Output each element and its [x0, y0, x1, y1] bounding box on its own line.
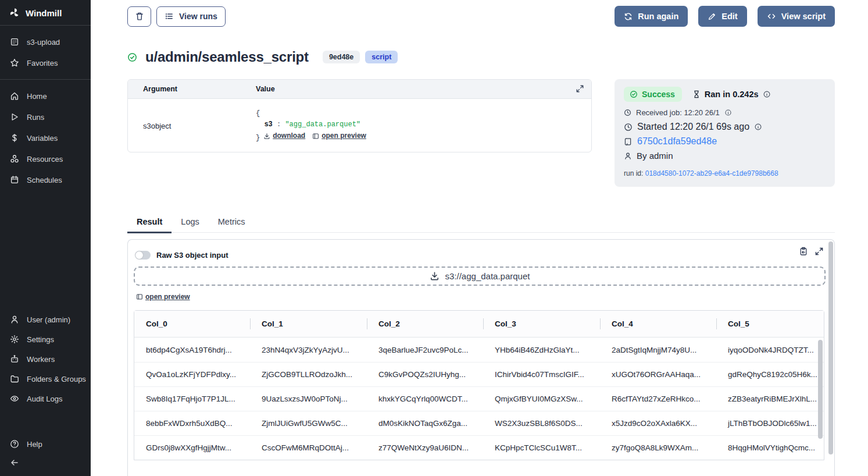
table-cell: Swb8Iq17FqHjoT7P1JL... — [134, 386, 250, 411]
sidebar-item-s3-upload[interactable]: s3-upload — [0, 31, 91, 52]
started-line: Started 12:20 26/1 69s ago — [624, 122, 826, 132]
table-cell: 23hN4qxV3jZkYyAzjvU... — [250, 338, 367, 362]
argument-name: s3object — [128, 122, 256, 130]
play-icon — [10, 112, 19, 122]
sidebar-bottom: User (admin)SettingsWorkersFolders & Gro… — [0, 310, 91, 476]
clock-icon — [624, 123, 633, 132]
dollar-icon — [10, 133, 19, 143]
clock-icon — [624, 109, 631, 116]
sidebar-item-folders-groups[interactable]: Folders & Groups — [0, 369, 91, 389]
toolbar-left: View runs — [127, 6, 226, 27]
table-cell: R6cfTAYtd27xZeRHkco... — [600, 386, 716, 411]
sidebar-item-runs[interactable]: Runs — [0, 106, 91, 127]
toolbar-right: Run again Edit View script — [615, 6, 835, 27]
expand-icon[interactable] — [576, 84, 584, 93]
view-script-button[interactable]: View script — [758, 6, 835, 27]
table-row: bt6dp4CgXsA19T6hdrj...23hN4qxV3jZkYyAzjv… — [134, 338, 824, 362]
sidebar-item-variables[interactable]: Variables — [0, 127, 91, 148]
page-title: u/admin/seamless_script — [145, 49, 309, 65]
info-icon[interactable] — [754, 123, 762, 131]
sidebar-item-home[interactable]: Home — [0, 86, 91, 106]
raw-s3-toggle[interactable] — [135, 251, 151, 260]
view-runs-button[interactable]: View runs — [156, 6, 226, 27]
sidebar-item-label: Variables — [27, 134, 58, 143]
table-cell: z77QWeNtXzy9aU6IDN... — [367, 435, 483, 460]
open-preview-row: open preview — [136, 292, 826, 303]
table-cell: ZjGCOB9TLLROdzoJkh... — [250, 362, 367, 386]
code-icon — [767, 12, 776, 21]
scroll-icon — [624, 137, 633, 146]
table-cell: 8ebbFxWDxrh5uXdBQ... — [134, 411, 250, 435]
success-check-icon — [127, 52, 137, 62]
raw-s3-toggle-label: Raw S3 object input — [156, 251, 228, 260]
script-hash-link[interactable]: 6750c1dfa59ed48e — [637, 136, 717, 147]
edit-button[interactable]: Edit — [698, 6, 746, 27]
sidebar-item-label: Help — [27, 440, 42, 449]
table-cell: YHb64iB46ZdHzGlaYt... — [483, 338, 600, 362]
panel-scrollbar[interactable] — [828, 241, 833, 454]
table-scrollbar[interactable] — [818, 340, 823, 439]
download-icon — [263, 133, 270, 140]
tab-result[interactable]: Result — [127, 217, 172, 233]
star-icon — [10, 58, 19, 68]
run-again-label: Run again — [638, 12, 678, 21]
sidebar-admin-group: User (admin)SettingsWorkersFolders & Gro… — [0, 310, 91, 408]
sidebar-nav-group: HomeRunsVariablesResourcesSchedules — [0, 80, 91, 196]
sidebar-item-label: Home — [27, 92, 47, 101]
table-cell: C9kGvPOQZs2IUHyhg... — [367, 362, 483, 386]
sidebar-item-resources[interactable]: Resources — [0, 148, 91, 169]
table-cell: WS2X3uzSBL8f6S0DS... — [483, 411, 600, 435]
tab-metrics[interactable]: Metrics — [209, 217, 255, 232]
user-icon — [10, 315, 19, 324]
result-panel: Raw S3 object input s3://agg_data.parque… — [127, 239, 835, 476]
table-cell: jLThBTbOBJODlc65lw1... — [716, 411, 824, 435]
sidebar-item-label: Favorites — [27, 59, 58, 68]
table-row: QvOa1oLzKFjYDFPdlxy...ZjGCOB9TLLROdzoJkh… — [134, 362, 824, 386]
collapse-sidebar-button[interactable] — [0, 454, 91, 471]
run-again-button[interactable]: Run again — [615, 6, 688, 27]
sidebar-item-audit-logs[interactable]: Audit Logs — [0, 389, 91, 408]
open-preview-link[interactable]: open preview — [136, 293, 190, 301]
run-id-line: run id: 018d4580-1072-ab29-e6a4-c1de9798… — [624, 169, 826, 177]
copy-to-clipboard-icon[interactable] — [799, 247, 808, 256]
download-link[interactable]: download — [263, 130, 305, 141]
sidebar-item-user-admin[interactable]: User (admin) — [0, 310, 91, 329]
raw-s3-toggle-row: Raw S3 object input — [135, 251, 826, 260]
open-preview-link[interactable]: open preview — [312, 130, 366, 141]
sidebar-item-label: Folders & Groups — [27, 375, 86, 383]
expand-icon[interactable] — [815, 247, 824, 256]
hourglass-icon — [692, 90, 701, 98]
sidebar-item-label: User (admin) — [27, 315, 70, 324]
table-cell: 9UazLsxzsJW0oPToNj... — [250, 386, 367, 411]
status-badge: Success — [624, 87, 682, 102]
sidebar-item-label: Runs — [27, 113, 44, 122]
robot-icon — [10, 354, 19, 364]
column-header-col-0: Col_0 — [134, 311, 250, 338]
delete-button[interactable] — [127, 6, 151, 27]
table-cell: KCpHpcTClcSCu1W8T... — [483, 435, 600, 460]
table-cell: QmjxGfBYUI0MGzXSw... — [483, 386, 600, 411]
sidebar-item-settings[interactable]: Settings — [0, 329, 91, 349]
sidebar-item-label: Schedules — [27, 176, 62, 184]
table-cell: zy7fgoQ8A8Lk9WXAm... — [600, 435, 716, 460]
sidebar-item-schedules[interactable]: Schedules — [0, 169, 91, 190]
pencil-icon — [708, 12, 716, 21]
run-id-link[interactable]: 018d4580-1072-ab29-e6a4-c1de9798b668 — [645, 169, 778, 177]
sidebar-item-help[interactable]: Help — [0, 434, 91, 454]
info-icon[interactable] — [763, 90, 771, 98]
view-script-label: View script — [781, 12, 826, 21]
table-cell: 3qeBarlueJF2uvc9PoLc... — [367, 338, 483, 362]
table-cell: khxkYGCqYrlq00WCDT... — [367, 386, 483, 411]
info-icon[interactable] — [724, 109, 732, 116]
brand[interactable]: Windmill — [0, 0, 91, 25]
tab-logs[interactable]: Logs — [172, 217, 208, 232]
argument-column-header: Argument — [128, 85, 256, 93]
column-header-col-1: Col_1 — [250, 311, 367, 338]
s3-file-download-button[interactable]: s3://agg_data.parquet — [134, 267, 826, 286]
sidebar-item-favorites[interactable]: Favorites — [0, 52, 91, 73]
arguments-header: Argument Value — [128, 80, 591, 99]
table-cell: dM0sKikNOTaqGx6Zga... — [367, 411, 483, 435]
by-line: By admin — [624, 151, 826, 161]
sidebar-item-workers[interactable]: Workers — [0, 349, 91, 369]
column-header-col-3: Col_3 — [483, 311, 600, 338]
